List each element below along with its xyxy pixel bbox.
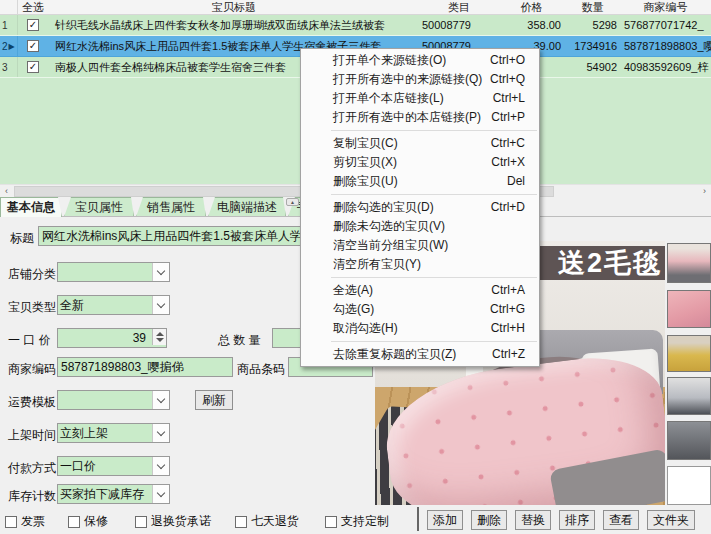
return-promise-checkbox[interactable]: 退换货承诺 <box>135 513 211 530</box>
select-all-header[interactable]: 全选 <box>18 0 48 15</box>
unchecked-checkbox-icon <box>235 516 247 528</box>
menu-item-open-all-source-links[interactable]: 打开所有选中的来源链接(Q)Ctrl+Q <box>301 70 539 89</box>
menu-item-copy-item[interactable]: 复制宝贝(C)Ctrl+C <box>301 134 539 153</box>
cell-quantity[interactable]: 1734916 <box>565 40 620 52</box>
menu-item-delete-unchecked[interactable]: 删除未勾选的宝贝(V) <box>301 217 539 236</box>
dropdown-button[interactable] <box>152 485 169 503</box>
row-number[interactable]: 1 <box>0 15 18 35</box>
menu-item-select-all[interactable]: 全选(A)Ctrl+A <box>301 281 539 300</box>
dropdown-button[interactable] <box>152 296 169 314</box>
row-select-checkbox[interactable]: ✓ <box>18 19 48 31</box>
menu-item-delete-checked[interactable]: 删除勾选的宝贝(D)Ctrl+D <box>301 198 539 217</box>
cell-quantity[interactable]: 5298 <box>565 19 620 31</box>
checked-checkbox-icon: ✓ <box>27 19 39 31</box>
tab-scroll-up-button[interactable]: ▲ <box>286 198 299 206</box>
stock-count-value: 买家拍下减库存 <box>60 487 144 501</box>
view-image-button[interactable]: 查看 <box>603 510 639 530</box>
row-select-checkbox[interactable]: ✓ <box>18 40 48 52</box>
menu-item-label: 删除未勾选的宝贝(V) <box>333 217 445 236</box>
folder-button[interactable]: 文件夹 <box>647 510 695 530</box>
price-spinner-buttons[interactable] <box>152 329 166 345</box>
menu-item-label: 打开单个本店链接(L) <box>333 89 444 108</box>
cell-merchant-code[interactable]: 576877071742_ <box>620 19 711 31</box>
add-image-button[interactable]: 添加 <box>427 510 463 530</box>
table-header-row: 全选 宝贝标题 类目 价格 数量 商家编号 <box>0 0 711 15</box>
thumbnail-empty-slot[interactable] <box>667 466 711 505</box>
tab-basic-info[interactable]: 基本信息 <box>0 197 62 217</box>
seven-day-return-label: 七天退货 <box>251 513 299 530</box>
seven-day-return-checkbox[interactable]: 七天退货 <box>235 513 299 530</box>
dropdown-button[interactable] <box>152 424 169 442</box>
menu-item-label: 删除宝贝(U) <box>333 172 398 191</box>
thumbnail-2[interactable] <box>667 290 711 328</box>
menu-item-clear-all-items[interactable]: 清空所有宝贝(Y) <box>301 255 539 274</box>
thumbnail-5[interactable] <box>667 421 711 460</box>
header-title[interactable]: 宝贝标题 <box>48 0 420 15</box>
row-number[interactable]: 2▶ <box>0 36 18 56</box>
replace-image-button[interactable]: 替换 <box>515 510 551 530</box>
shipping-template-label: 运费模板 <box>8 394 56 411</box>
thumbnail-3[interactable] <box>667 335 711 372</box>
customization-checkbox[interactable]: 支持定制 <box>325 513 389 530</box>
menu-shortcut: Ctrl+P <box>491 108 525 127</box>
menu-item-check[interactable]: 勾选(G)Ctrl+G <box>301 300 539 319</box>
table-row-1[interactable]: 1 ✓ 针织毛线水晶绒床上四件套女秋冬加厚珊瑚绒双面绒床单法兰绒被套 50008… <box>0 15 711 36</box>
spin-down-icon <box>156 338 164 342</box>
tab-item-attributes[interactable]: 宝贝属性 <box>64 197 134 217</box>
stock-count-select[interactable]: 买家拍下减库存 <box>57 484 170 504</box>
menu-item-label: 打开所有选中的本店链接(P) <box>333 108 481 127</box>
item-type-select[interactable]: 全新 <box>57 295 170 315</box>
menu-shortcut: Ctrl+L <box>493 89 525 108</box>
menu-item-label: 删除勾选的宝贝(D) <box>333 198 434 217</box>
menu-item-delete-item[interactable]: 删除宝贝(U)Del <box>301 172 539 191</box>
thumbnail-4[interactable] <box>667 377 711 415</box>
menu-item-open-source-link[interactable]: 打开单个来源链接(O)Ctrl+O <box>301 51 539 70</box>
delete-image-button[interactable]: 删除 <box>471 510 507 530</box>
total-quantity-label: 总 数 量 <box>218 332 261 349</box>
menu-shortcut: Ctrl+G <box>490 300 525 319</box>
row-select-checkbox[interactable]: ✓ <box>18 61 48 73</box>
dropdown-button[interactable] <box>152 391 169 409</box>
payment-method-select[interactable]: 一口价 <box>57 456 170 476</box>
listing-time-select[interactable]: 立刻上架 <box>57 423 170 443</box>
dropdown-button[interactable] <box>152 263 169 281</box>
header-quantity[interactable]: 数量 <box>565 0 620 15</box>
row-number[interactable]: 3 <box>0 57 18 77</box>
dropdown-button[interactable] <box>152 457 169 475</box>
tab-pc-description[interactable]: 电脑端描述 <box>208 197 286 217</box>
menu-shortcut: Ctrl+H <box>491 319 525 338</box>
merchant-code-input[interactable]: 587871898803_嘤掮俤 <box>57 357 233 377</box>
cell-price[interactable]: 358.00 <box>498 19 565 31</box>
thumbnail-1[interactable] <box>667 243 711 283</box>
shop-category-label: 店铺分类 <box>8 266 56 283</box>
sort-image-button[interactable]: 排序 <box>559 510 595 530</box>
header-category[interactable]: 类目 <box>420 0 498 15</box>
menu-item-cut-item[interactable]: 剪切宝贝(X)Ctrl+X <box>301 153 539 172</box>
shop-category-select[interactable] <box>57 262 170 282</box>
cell-merchant-code[interactable]: 587871898803_嘤 <box>620 39 711 54</box>
invoice-checkbox[interactable]: 发票 <box>5 513 45 530</box>
cell-quantity[interactable]: 54902 <box>565 61 620 73</box>
menu-item-label: 全选(A) <box>333 281 373 300</box>
menu-item-open-shop-link[interactable]: 打开单个本店链接(L)Ctrl+L <box>301 89 539 108</box>
cell-title[interactable]: 针织毛线水晶绒床上四件套女秋冬加厚珊瑚绒双面绒床单法兰绒被套 <box>48 18 420 33</box>
shipping-template-select[interactable] <box>57 390 170 410</box>
header-merchant-code[interactable]: 商家编号 <box>620 0 711 15</box>
menu-item-uncheck[interactable]: 取消勾选(H)Ctrl+H <box>301 319 539 338</box>
cell-category[interactable]: 50008779 <box>420 19 498 31</box>
customization-label: 支持定制 <box>341 513 389 530</box>
cell-merchant-code[interactable]: 40983592609_梓 <box>620 60 711 75</box>
warranty-checkbox[interactable]: 保修 <box>68 513 108 530</box>
tab-sales-attributes[interactable]: 销售属性 <box>136 197 206 217</box>
price-stepper[interactable]: 39 <box>57 328 167 348</box>
menu-shortcut: Ctrl+A <box>491 281 525 300</box>
menu-item-open-all-shop-links[interactable]: 打开所有选中的本店链接(P)Ctrl+P <box>301 108 539 127</box>
menu-shortcut: Ctrl+Q <box>490 70 525 89</box>
menu-item-label: 勾选(G) <box>333 300 374 319</box>
menu-item-remove-duplicate-titles[interactable]: 去除重复标题的宝贝(Z)Ctrl+Z <box>301 345 539 364</box>
chevron-down-icon <box>157 489 165 497</box>
refresh-button[interactable]: 刷新 <box>195 390 233 410</box>
app-window: { "table": { "select_all_header": "全选", … <box>0 0 711 534</box>
menu-item-clear-current-group[interactable]: 清空当前分组宝贝(W) <box>301 236 539 255</box>
header-price[interactable]: 价格 <box>498 0 565 15</box>
